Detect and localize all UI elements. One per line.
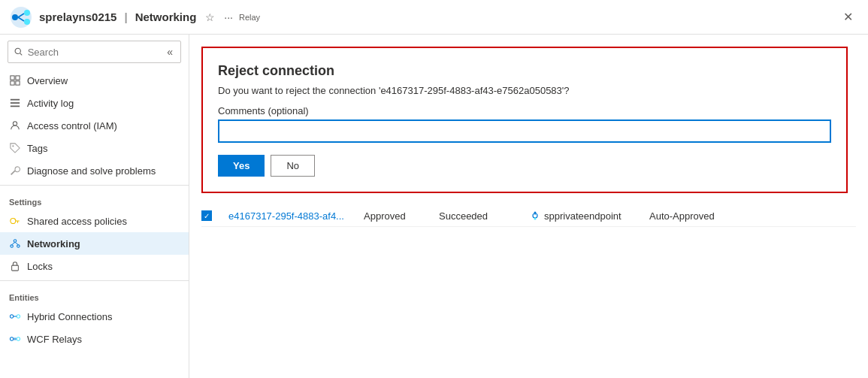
search-input[interactable] [28,47,162,58]
header: sprelayns0215 | Networking ☆ ··· Relay ✕ [0,0,868,35]
sidebar-item-tags[interactable]: Tags [0,137,189,159]
checkbox-checked-icon [201,210,212,221]
settings-section-label: Settings [0,189,189,210]
sidebar-item-networking[interactable]: Networking [0,232,189,255]
dialog-buttons: Yes No [218,155,831,177]
connection-name: e4167317-295f-4883-af4... [222,210,358,222]
svg-point-17 [11,219,16,224]
header-subtitle: Relay [239,13,260,22]
page-title: Networking [135,11,197,23]
key-icon [9,215,21,227]
endpoint-icon [529,210,541,222]
approval-description: Auto-Approved [643,210,733,222]
header-pipe: | [124,11,127,23]
tag-icon [9,142,21,154]
reject-connection-dialog: Reject connection Do you want to reject … [201,47,848,193]
sidebar-item-label: Diagnose and solve problems [27,165,156,177]
network-icon [9,237,21,249]
close-button[interactable]: ✕ [837,7,859,27]
table-row: e4167317-295f-4883-af4... Approved Succe… [201,205,856,227]
sidebar-divider-1 [0,185,189,186]
svg-rect-23 [12,265,19,271]
hybrid-icon [9,310,21,322]
svg-rect-9 [16,76,20,80]
search-icon [14,47,23,57]
collapse-button[interactable]: « [165,44,174,59]
svg-point-2 [24,10,30,16]
sidebar-item-label: Activity log [27,98,74,109]
relay-icon [9,5,33,29]
provisioning-state: Succeeded [433,210,523,222]
main-content: Reject connection Do you want to reject … [189,35,868,378]
svg-line-22 [15,242,18,245]
svg-point-18 [14,240,17,243]
sidebar-item-wcf-relays[interactable]: WCF Relays [0,328,189,350]
favorite-icon[interactable]: ☆ [202,10,218,25]
sidebar-item-locks[interactable]: Locks [0,255,189,277]
svg-line-7 [20,53,23,56]
connections-table: e4167317-295f-4883-af4... Approved Succe… [201,205,856,227]
sidebar-item-access-control[interactable]: Access control (IAM) [0,114,189,137]
sidebar-item-hybrid-connections[interactable]: Hybrid Connections [0,305,189,328]
comment-label: Comments (optional) [218,105,831,116]
dialog-description: Do you want to reject the connection 'e4… [218,85,831,96]
sidebar-item-label: Access control (IAM) [27,120,117,132]
svg-point-25 [17,315,20,318]
sidebar-item-label: Overview [27,75,68,86]
svg-rect-11 [16,81,20,85]
sidebar-item-label: Hybrid Connections [27,311,112,322]
endpoint-cell: spprivateendpoint [523,210,643,222]
sidebar-item-label: Tags [27,143,47,154]
sidebar-item-activity-log[interactable]: Activity log [0,92,189,114]
sidebar-item-diagnose[interactable]: Diagnose and solve problems [0,159,189,182]
endpoint-name: spprivateendpoint [544,210,622,222]
svg-point-19 [11,245,14,248]
dialog-title: Reject connection [218,63,831,79]
body: « Overview Activity log Access control (… [0,35,868,378]
list-icon [9,97,21,109]
svg-point-6 [15,48,20,53]
connection-status: Approved [358,210,433,222]
sidebar-item-label: Locks [27,261,53,272]
svg-point-16 [12,145,14,147]
more-icon[interactable]: ··· [221,10,236,25]
sidebar-item-label: Shared access policies [27,216,127,227]
svg-line-21 [12,242,15,245]
resource-name: sprelayns0215 [39,11,116,23]
wcf-icon [9,333,21,345]
person-icon [9,119,21,132]
svg-point-20 [17,245,20,248]
svg-point-24 [10,315,13,318]
sidebar-item-label: Networking [27,238,80,249]
header-title: sprelayns0215 | Networking [39,11,196,23]
svg-rect-12 [11,99,20,101]
grid-icon [9,74,21,86]
wrench-icon [9,165,21,177]
svg-point-15 [13,122,17,125]
header-actions: ☆ ··· [202,10,236,25]
no-button[interactable]: No [271,155,315,177]
svg-point-3 [24,19,30,25]
svg-rect-8 [11,76,14,80]
svg-point-27 [10,337,13,340]
svg-point-31 [534,218,537,220]
lock-icon [9,260,21,272]
sidebar-item-label: WCF Relays [27,334,82,345]
sidebar-divider-2 [0,280,189,281]
svg-rect-10 [11,81,14,85]
sidebar-item-shared-access[interactable]: Shared access policies [0,210,189,232]
sidebar-item-overview[interactable]: Overview [0,69,189,92]
svg-rect-14 [11,106,20,107]
yes-button[interactable]: Yes [218,155,265,177]
row-checkbox[interactable] [201,210,222,221]
svg-point-30 [534,212,537,214]
entities-section-label: Entities [0,284,189,305]
comment-input[interactable] [218,119,831,143]
sidebar: « Overview Activity log Access control (… [0,35,189,378]
svg-point-1 [12,14,18,20]
search-container[interactable]: « [8,41,181,63]
svg-point-28 [17,337,20,340]
svg-rect-13 [11,102,20,104]
